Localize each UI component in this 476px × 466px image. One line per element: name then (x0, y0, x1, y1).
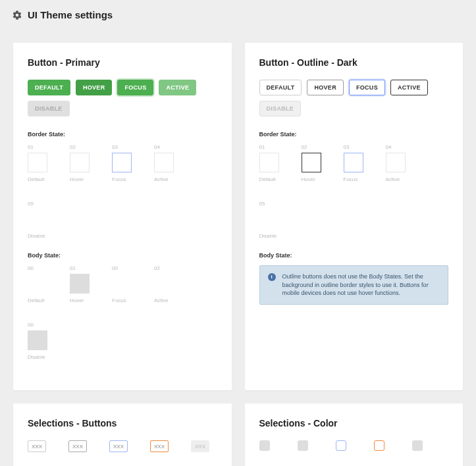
info-banner-outline: i Outline buttons does not use the Body … (259, 265, 449, 305)
sel-box-active[interactable]: XXX (150, 440, 169, 452)
swatch: 02 Hover (302, 144, 325, 182)
page-title: UI Theme settings (28, 9, 113, 20)
swatch-label: Disable (28, 233, 45, 239)
btn-outline-default[interactable]: DEFAULT (259, 80, 302, 95)
swatch-box-hover[interactable] (70, 274, 90, 294)
sel-box-default[interactable]: XXX (28, 440, 46, 452)
swatch-num: 04 (386, 144, 392, 150)
selection-button-row: XXX XXX XXX XXX XXX (28, 440, 217, 452)
swatch-label: Active (386, 176, 400, 182)
btn-outline-hover[interactable]: HOVER (307, 80, 344, 95)
swatch-label: Active (154, 176, 169, 182)
sel-box-hover[interactable]: XXX (68, 440, 87, 452)
card-selections-buttons: Selections - Buttons XXX XXX XXX XXX XXX… (13, 403, 232, 466)
card-selections-color: Selections - Color Border State: 01 Defa… (245, 403, 463, 466)
swatch-label: Focus (112, 298, 126, 303)
body-state-label: Body State: (259, 252, 449, 259)
btn-outline-active[interactable]: ACTIVE (390, 80, 428, 95)
primary-border-swatches: 01 Default 02 Hover 03 Focus 04 Active 0… (28, 144, 217, 239)
swatch: 02 Active (154, 265, 178, 303)
swatch-label: Default (28, 298, 44, 303)
swatch-label: Focus (112, 176, 126, 182)
swatch-box-active[interactable] (386, 153, 406, 172)
btn-primary-disable: DISABLE (28, 101, 70, 116)
btn-primary-default[interactable]: DEFAULT (28, 80, 70, 95)
swatch-box-default[interactable] (28, 153, 47, 172)
swatch-box-hover[interactable] (70, 153, 90, 172)
swatch-num: 00 (112, 265, 118, 271)
swatch-label: Active (154, 298, 169, 303)
swatch-box-disable[interactable] (28, 330, 47, 350)
swatch-box-hover[interactable] (302, 153, 321, 172)
swatch: 04 Active (154, 144, 178, 182)
swatch-box-default[interactable] (28, 274, 47, 294)
swatch: 02 Hover (70, 144, 93, 182)
swatch: 00 Focus (112, 265, 136, 303)
outline-border-swatches: 01 Default 02 Hover 03 Focus 04 Active 0… (259, 144, 449, 239)
swatch-box-focus[interactable] (344, 153, 363, 172)
btn-primary-active[interactable]: ACTIVE (159, 80, 196, 95)
info-icon: i (268, 273, 276, 281)
primary-body-swatches: 00 Default 01 Hover 00 Focus 02 Active 0… (28, 265, 217, 360)
border-state-label: Border State: (28, 131, 217, 138)
swatch: 04 Active (386, 144, 410, 182)
swatch-num: 04 (154, 144, 160, 150)
swatch-box-focus[interactable] (112, 153, 132, 172)
body-state-label: Body State: (28, 252, 217, 259)
swatch: 05 Disable (259, 201, 283, 239)
swatch-num: 00 (28, 322, 34, 328)
swatch-label: Hover (302, 176, 315, 182)
swatch-num: 02 (70, 144, 76, 150)
swatch: 05 Disable (28, 201, 51, 239)
swatch-box-active[interactable] (154, 274, 174, 294)
selection-color-row (259, 440, 449, 451)
sel-color-focus[interactable] (336, 440, 346, 451)
swatch-label: Hover (70, 298, 84, 303)
swatch-label: Disable (28, 354, 45, 360)
swatch-num: 01 (70, 265, 76, 271)
page-header: UI Theme settings (0, 0, 476, 30)
info-text: Outline buttons does not use the Body St… (282, 272, 440, 298)
card-title: Selections - Color (259, 418, 449, 428)
cards-grid: Button - Primary DEFAULT HOVER FOCUS ACT… (0, 30, 476, 466)
btn-outline-disable: DISABLE (259, 101, 302, 116)
swatch-label: Default (259, 176, 276, 182)
swatch: 03 Focus (112, 144, 136, 182)
swatch-box-disable[interactable] (28, 209, 47, 229)
swatch-label: Default (28, 176, 44, 182)
swatch: 00 Disable (28, 322, 51, 360)
swatch: 01 Default (259, 144, 283, 182)
btn-primary-hover[interactable]: HOVER (76, 80, 113, 95)
swatch-num: 00 (28, 265, 34, 271)
sel-color-default[interactable] (259, 440, 270, 451)
swatch-num: 05 (259, 201, 265, 207)
swatch-num: 05 (28, 201, 34, 207)
card-title: Selections - Buttons (28, 418, 217, 428)
swatch: 01 Hover (70, 265, 93, 303)
sel-color-active[interactable] (374, 440, 384, 451)
swatch-num: 01 (259, 144, 265, 150)
swatch: 03 Focus (344, 144, 367, 182)
swatch-label: Hover (70, 176, 84, 182)
swatch-box-active[interactable] (154, 153, 174, 172)
swatch-num: 03 (344, 144, 350, 150)
swatch-label: Disable (259, 233, 277, 239)
outline-button-row: DEFAULT HOVER FOCUS ACTIVE DISABLE (259, 80, 449, 116)
swatch-num: 01 (28, 144, 34, 150)
sel-box-focus[interactable]: XXX (109, 440, 128, 452)
swatch-num: 02 (154, 265, 160, 271)
swatch-box-disable[interactable] (259, 209, 279, 229)
sel-box-disable: XXX (191, 440, 209, 452)
swatch-num: 02 (302, 144, 307, 150)
gear-icon (12, 10, 22, 20)
card-title: Button - Outline - Dark (259, 57, 449, 68)
swatch-box-focus[interactable] (112, 274, 132, 294)
sel-color-hover[interactable] (298, 440, 308, 451)
swatch-label: Focus (344, 176, 358, 182)
swatch-num: 03 (112, 144, 118, 150)
btn-primary-focus[interactable]: FOCUS (117, 80, 153, 95)
primary-button-row: DEFAULT HOVER FOCUS ACTIVE DISABLE (28, 80, 217, 116)
border-state-label: Border State: (259, 131, 449, 138)
swatch-box-default[interactable] (259, 153, 279, 172)
btn-outline-focus[interactable]: FOCUS (349, 80, 385, 95)
